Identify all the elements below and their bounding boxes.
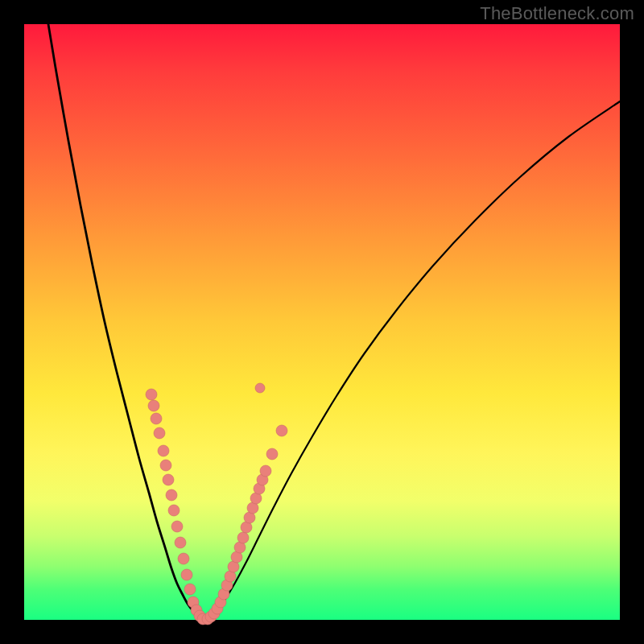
data-dot (163, 474, 174, 485)
data-dot (266, 448, 278, 460)
data-dot (255, 383, 265, 393)
data-dot (168, 505, 180, 516)
data-dot (154, 427, 165, 439)
data-dot (146, 389, 157, 400)
chart-container: TheBottleneck.com (0, 0, 644, 644)
watermark-text: TheBottleneck.com (480, 3, 634, 24)
left-curve (48, 24, 205, 620)
plot-area (24, 24, 620, 620)
data-dot (276, 425, 287, 436)
data-dots (146, 383, 287, 625)
chart-svg (24, 24, 620, 620)
data-dot (181, 569, 192, 580)
data-dot (171, 521, 183, 532)
data-dot (184, 584, 196, 595)
data-dot (178, 553, 189, 564)
data-dot (158, 445, 169, 456)
data-dot (166, 489, 177, 501)
right-curve (205, 101, 620, 620)
data-dot (175, 537, 186, 548)
data-dot (151, 413, 162, 424)
data-dot (260, 465, 271, 477)
data-dot (160, 460, 171, 471)
data-dot (148, 400, 159, 411)
data-dot (237, 532, 249, 543)
